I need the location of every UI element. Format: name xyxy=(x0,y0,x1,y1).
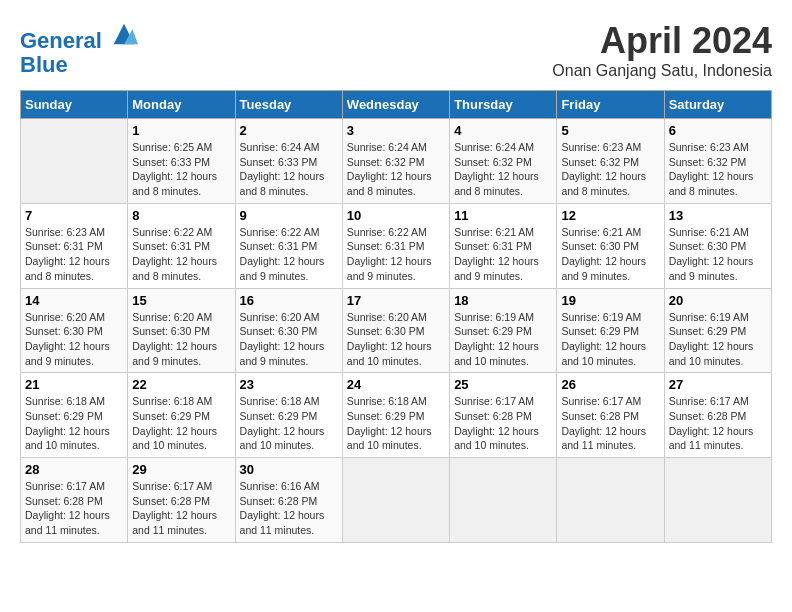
day-number: 1 xyxy=(132,123,230,138)
calendar-cell xyxy=(21,119,128,204)
calendar-week-row: 7Sunrise: 6:23 AMSunset: 6:31 PMDaylight… xyxy=(21,203,772,288)
calendar-cell xyxy=(557,458,664,543)
calendar-cell: 18Sunrise: 6:19 AMSunset: 6:29 PMDayligh… xyxy=(450,288,557,373)
header-monday: Monday xyxy=(128,91,235,119)
calendar-cell: 22Sunrise: 6:18 AMSunset: 6:29 PMDayligh… xyxy=(128,373,235,458)
calendar-cell: 4Sunrise: 6:24 AMSunset: 6:32 PMDaylight… xyxy=(450,119,557,204)
day-number: 24 xyxy=(347,377,445,392)
day-number: 16 xyxy=(240,293,338,308)
calendar-cell: 7Sunrise: 6:23 AMSunset: 6:31 PMDaylight… xyxy=(21,203,128,288)
calendar-cell: 12Sunrise: 6:21 AMSunset: 6:30 PMDayligh… xyxy=(557,203,664,288)
calendar-header-row: SundayMondayTuesdayWednesdayThursdayFrid… xyxy=(21,91,772,119)
day-number: 19 xyxy=(561,293,659,308)
calendar-cell: 30Sunrise: 6:16 AMSunset: 6:28 PMDayligh… xyxy=(235,458,342,543)
day-info: Sunrise: 6:17 AMSunset: 6:28 PMDaylight:… xyxy=(132,479,230,538)
calendar-cell: 24Sunrise: 6:18 AMSunset: 6:29 PMDayligh… xyxy=(342,373,449,458)
calendar-cell: 6Sunrise: 6:23 AMSunset: 6:32 PMDaylight… xyxy=(664,119,771,204)
day-number: 6 xyxy=(669,123,767,138)
header-sunday: Sunday xyxy=(21,91,128,119)
calendar-cell xyxy=(342,458,449,543)
logo-text: General xyxy=(20,20,138,53)
day-number: 22 xyxy=(132,377,230,392)
calendar-cell: 15Sunrise: 6:20 AMSunset: 6:30 PMDayligh… xyxy=(128,288,235,373)
day-number: 23 xyxy=(240,377,338,392)
day-number: 29 xyxy=(132,462,230,477)
day-number: 26 xyxy=(561,377,659,392)
day-number: 28 xyxy=(25,462,123,477)
day-number: 25 xyxy=(454,377,552,392)
day-info: Sunrise: 6:21 AMSunset: 6:31 PMDaylight:… xyxy=(454,225,552,284)
calendar-cell xyxy=(664,458,771,543)
day-info: Sunrise: 6:20 AMSunset: 6:30 PMDaylight:… xyxy=(132,310,230,369)
calendar-cell: 29Sunrise: 6:17 AMSunset: 6:28 PMDayligh… xyxy=(128,458,235,543)
calendar-cell: 23Sunrise: 6:18 AMSunset: 6:29 PMDayligh… xyxy=(235,373,342,458)
day-info: Sunrise: 6:17 AMSunset: 6:28 PMDaylight:… xyxy=(25,479,123,538)
day-number: 4 xyxy=(454,123,552,138)
calendar-cell: 26Sunrise: 6:17 AMSunset: 6:28 PMDayligh… xyxy=(557,373,664,458)
day-info: Sunrise: 6:22 AMSunset: 6:31 PMDaylight:… xyxy=(347,225,445,284)
day-number: 12 xyxy=(561,208,659,223)
day-info: Sunrise: 6:22 AMSunset: 6:31 PMDaylight:… xyxy=(240,225,338,284)
month-title: April 2024 xyxy=(552,20,772,62)
calendar-cell: 16Sunrise: 6:20 AMSunset: 6:30 PMDayligh… xyxy=(235,288,342,373)
day-info: Sunrise: 6:17 AMSunset: 6:28 PMDaylight:… xyxy=(454,394,552,453)
logo-text-blue: Blue xyxy=(20,53,138,77)
day-info: Sunrise: 6:21 AMSunset: 6:30 PMDaylight:… xyxy=(669,225,767,284)
day-info: Sunrise: 6:19 AMSunset: 6:29 PMDaylight:… xyxy=(561,310,659,369)
calendar-cell: 11Sunrise: 6:21 AMSunset: 6:31 PMDayligh… xyxy=(450,203,557,288)
calendar-cell: 25Sunrise: 6:17 AMSunset: 6:28 PMDayligh… xyxy=(450,373,557,458)
day-info: Sunrise: 6:20 AMSunset: 6:30 PMDaylight:… xyxy=(347,310,445,369)
day-number: 11 xyxy=(454,208,552,223)
day-number: 17 xyxy=(347,293,445,308)
day-number: 14 xyxy=(25,293,123,308)
location-subtitle: Onan Ganjang Satu, Indonesia xyxy=(552,62,772,80)
day-number: 10 xyxy=(347,208,445,223)
day-number: 13 xyxy=(669,208,767,223)
day-info: Sunrise: 6:23 AMSunset: 6:31 PMDaylight:… xyxy=(25,225,123,284)
calendar-cell xyxy=(450,458,557,543)
logo: General Blue xyxy=(20,20,138,77)
calendar-cell: 21Sunrise: 6:18 AMSunset: 6:29 PMDayligh… xyxy=(21,373,128,458)
calendar-cell: 27Sunrise: 6:17 AMSunset: 6:28 PMDayligh… xyxy=(664,373,771,458)
calendar-table: SundayMondayTuesdayWednesdayThursdayFrid… xyxy=(20,90,772,543)
calendar-cell: 3Sunrise: 6:24 AMSunset: 6:32 PMDaylight… xyxy=(342,119,449,204)
calendar-week-row: 14Sunrise: 6:20 AMSunset: 6:30 PMDayligh… xyxy=(21,288,772,373)
calendar-cell: 20Sunrise: 6:19 AMSunset: 6:29 PMDayligh… xyxy=(664,288,771,373)
day-number: 7 xyxy=(25,208,123,223)
day-number: 15 xyxy=(132,293,230,308)
page-header: General Blue April 2024 Onan Ganjang Sat… xyxy=(20,20,772,80)
calendar-cell: 2Sunrise: 6:24 AMSunset: 6:33 PMDaylight… xyxy=(235,119,342,204)
day-number: 21 xyxy=(25,377,123,392)
calendar-cell: 1Sunrise: 6:25 AMSunset: 6:33 PMDaylight… xyxy=(128,119,235,204)
calendar-cell: 19Sunrise: 6:19 AMSunset: 6:29 PMDayligh… xyxy=(557,288,664,373)
calendar-cell: 28Sunrise: 6:17 AMSunset: 6:28 PMDayligh… xyxy=(21,458,128,543)
day-number: 27 xyxy=(669,377,767,392)
calendar-cell: 10Sunrise: 6:22 AMSunset: 6:31 PMDayligh… xyxy=(342,203,449,288)
day-info: Sunrise: 6:16 AMSunset: 6:28 PMDaylight:… xyxy=(240,479,338,538)
day-info: Sunrise: 6:18 AMSunset: 6:29 PMDaylight:… xyxy=(132,394,230,453)
day-info: Sunrise: 6:20 AMSunset: 6:30 PMDaylight:… xyxy=(240,310,338,369)
calendar-week-row: 1Sunrise: 6:25 AMSunset: 6:33 PMDaylight… xyxy=(21,119,772,204)
day-info: Sunrise: 6:24 AMSunset: 6:32 PMDaylight:… xyxy=(347,140,445,199)
day-info: Sunrise: 6:19 AMSunset: 6:29 PMDaylight:… xyxy=(454,310,552,369)
day-info: Sunrise: 6:17 AMSunset: 6:28 PMDaylight:… xyxy=(669,394,767,453)
day-info: Sunrise: 6:18 AMSunset: 6:29 PMDaylight:… xyxy=(347,394,445,453)
title-block: April 2024 Onan Ganjang Satu, Indonesia xyxy=(552,20,772,80)
day-number: 3 xyxy=(347,123,445,138)
header-saturday: Saturday xyxy=(664,91,771,119)
day-info: Sunrise: 6:21 AMSunset: 6:30 PMDaylight:… xyxy=(561,225,659,284)
calendar-cell: 9Sunrise: 6:22 AMSunset: 6:31 PMDaylight… xyxy=(235,203,342,288)
header-thursday: Thursday xyxy=(450,91,557,119)
day-number: 8 xyxy=(132,208,230,223)
calendar-week-row: 21Sunrise: 6:18 AMSunset: 6:29 PMDayligh… xyxy=(21,373,772,458)
day-info: Sunrise: 6:24 AMSunset: 6:33 PMDaylight:… xyxy=(240,140,338,199)
day-info: Sunrise: 6:23 AMSunset: 6:32 PMDaylight:… xyxy=(561,140,659,199)
day-info: Sunrise: 6:25 AMSunset: 6:33 PMDaylight:… xyxy=(132,140,230,199)
calendar-cell: 5Sunrise: 6:23 AMSunset: 6:32 PMDaylight… xyxy=(557,119,664,204)
day-number: 18 xyxy=(454,293,552,308)
day-info: Sunrise: 6:22 AMSunset: 6:31 PMDaylight:… xyxy=(132,225,230,284)
day-number: 20 xyxy=(669,293,767,308)
calendar-week-row: 28Sunrise: 6:17 AMSunset: 6:28 PMDayligh… xyxy=(21,458,772,543)
calendar-cell: 13Sunrise: 6:21 AMSunset: 6:30 PMDayligh… xyxy=(664,203,771,288)
day-info: Sunrise: 6:18 AMSunset: 6:29 PMDaylight:… xyxy=(25,394,123,453)
